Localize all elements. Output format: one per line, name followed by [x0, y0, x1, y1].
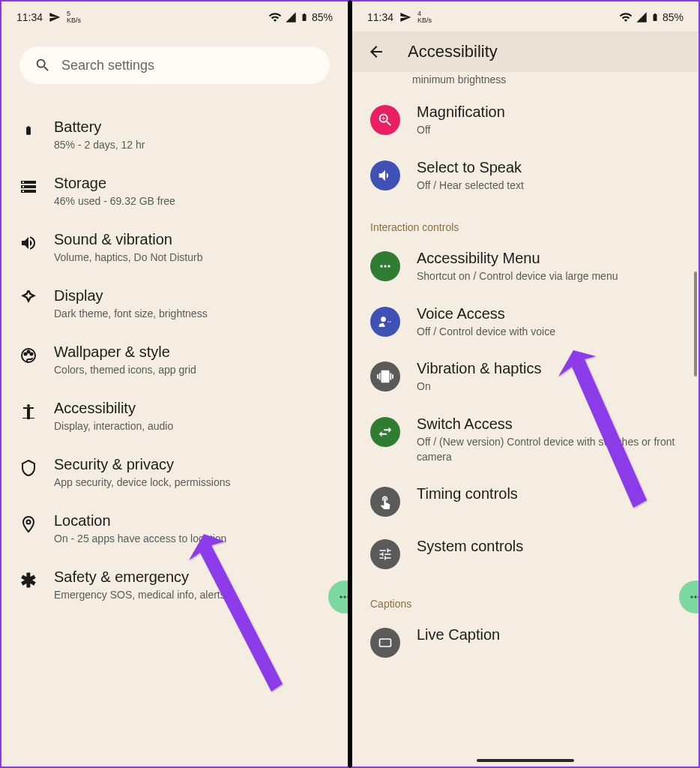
palette-icon	[19, 346, 37, 364]
sound-icon	[19, 234, 37, 252]
item-system[interactable]: System controls	[370, 527, 681, 580]
status-time: 11:34	[16, 11, 43, 23]
page-title: Accessibility	[408, 42, 498, 62]
svg-point-15	[390, 321, 391, 322]
nav-indicator[interactable]	[477, 759, 574, 762]
svg-point-17	[690, 596, 693, 598]
setting-sub: Dark theme, font size, brightness	[54, 308, 330, 320]
svg-point-11	[384, 266, 386, 268]
setting-sub: App security, device lock, permissions	[54, 476, 330, 488]
svg-point-12	[387, 266, 390, 268]
back-icon[interactable]	[367, 43, 385, 61]
setting-sub: 46% used - 69.32 GB free	[54, 195, 330, 207]
status-bar: 11:34 4 KB/s 85%	[352, 2, 699, 32]
send-icon	[399, 11, 411, 23]
header-bar: Accessibility	[352, 32, 699, 72]
setting-sub: Display, interaction, audio	[54, 420, 330, 432]
svg-point-4	[27, 404, 30, 407]
item-accessibility-menu[interactable]: Accessibility Menu Shortcut on / Control…	[370, 239, 681, 295]
signal-icon	[636, 11, 648, 23]
item-vibration[interactable]: Vibration & haptics On	[370, 350, 681, 405]
battery-pct: 85%	[312, 11, 333, 23]
item-title: Vibration & haptics	[417, 360, 681, 377]
setting-sub: Colors, themed icons, app grid	[54, 364, 330, 376]
item-sub: On	[417, 380, 681, 394]
speed-unit: KB/s	[417, 17, 432, 24]
search-placeholder: Search settings	[61, 58, 154, 74]
item-title: Live Caption	[417, 626, 681, 644]
phone-right: 11:34 4 KB/s 85% Accessibility minimum b…	[350, 0, 700, 768]
svg-point-13	[381, 316, 386, 322]
item-sub: Off / (New version) Control device with …	[417, 435, 681, 464]
setting-location[interactable]: Location On - 25 apps have access to loc…	[19, 500, 330, 556]
item-title: Select to Speak	[417, 159, 681, 176]
caption-icon	[370, 628, 400, 658]
svg-point-8	[343, 596, 346, 598]
setting-sub: Emergency SOS, medical info, alerts	[54, 589, 330, 601]
item-magnification[interactable]: Magnification Off	[370, 93, 681, 148]
item-timing[interactable]: Timing controls	[370, 475, 681, 527]
battery-icon	[300, 10, 309, 24]
svg-rect-5	[22, 418, 34, 418]
location-icon	[19, 515, 37, 533]
svg-point-10	[380, 266, 382, 268]
setting-title: Sound & vibration	[54, 231, 330, 248]
setting-display[interactable]: Display Dark theme, font size, brightnes…	[19, 275, 330, 332]
search-icon	[34, 57, 51, 74]
setting-title: Security & privacy	[54, 456, 330, 473]
item-title: Voice Access	[417, 305, 681, 322]
shield-icon	[19, 459, 37, 477]
scroll-indicator[interactable]	[694, 272, 697, 376]
setting-accessibility[interactable]: Accessibility Display, interaction, audi…	[19, 388, 330, 444]
item-sub: Off / Control device with voice	[417, 325, 681, 340]
accessibility-icon	[19, 403, 37, 421]
settings-list: Battery 85% - 2 days, 12 hr Storage 46% …	[1, 106, 348, 613]
speak-icon	[370, 160, 400, 190]
item-sub: Off	[417, 123, 681, 138]
item-title: Magnification	[417, 104, 681, 121]
setting-sub: Volume, haptics, Do Not Disturb	[54, 251, 330, 263]
item-switch-access[interactable]: Switch Access Off / (New version) Contro…	[370, 405, 681, 475]
setting-wallpaper[interactable]: Wallpaper & style Colors, themed icons, …	[19, 332, 330, 388]
setting-security[interactable]: Security & privacy App security, device …	[19, 444, 330, 500]
item-title: Accessibility Menu	[417, 250, 681, 267]
setting-safety[interactable]: ✱ Safety & emergency Emergency SOS, medi…	[19, 556, 330, 613]
accessibility-list: Magnification Off Select to Speak Off / …	[352, 93, 699, 668]
tune-icon	[370, 539, 400, 569]
setting-title: Location	[54, 512, 330, 530]
item-live-caption[interactable]: Live Caption	[370, 616, 681, 668]
setting-battery[interactable]: Battery 85% - 2 days, 12 hr	[19, 106, 330, 163]
item-select-to-speak[interactable]: Select to Speak Off / Hear selected text	[370, 148, 681, 204]
setting-title: Accessibility	[54, 400, 330, 417]
truncated-item-sub: minimum brightness	[352, 74, 699, 86]
setting-sub: On - 25 apps have access to location	[54, 532, 330, 544]
svg-point-18	[694, 596, 696, 598]
setting-storage[interactable]: Storage 46% used - 69.32 GB free	[19, 163, 330, 219]
setting-title: Display	[54, 287, 330, 304]
speed-unit: KB/s	[67, 17, 81, 24]
touch-icon	[370, 487, 400, 517]
vibration-icon	[370, 362, 400, 392]
setting-sub: 85% - 2 days, 12 hr	[54, 139, 330, 151]
menu-dots-icon	[370, 251, 400, 281]
setting-title: Wallpaper & style	[54, 344, 330, 361]
item-voice-access[interactable]: Voice Access Off / Control device with v…	[370, 295, 681, 350]
svg-point-7	[340, 596, 342, 598]
item-title: System controls	[417, 538, 681, 555]
svg-point-3	[31, 353, 33, 356]
wifi-icon	[268, 10, 282, 24]
signal-icon	[285, 11, 297, 23]
status-time: 11:34	[367, 11, 393, 23]
status-bar: 11:34 5 KB/s 85%	[1, 2, 348, 32]
setting-title: Storage	[54, 175, 330, 192]
asterisk-icon: ✱	[19, 572, 37, 590]
search-input[interactable]: Search settings	[19, 46, 330, 84]
voice-icon	[370, 307, 400, 337]
battery-pct: 85%	[663, 11, 684, 23]
display-icon	[19, 290, 37, 308]
svg-point-1	[25, 353, 27, 356]
send-icon	[49, 11, 61, 23]
setting-sound[interactable]: Sound & vibration Volume, haptics, Do No…	[19, 219, 330, 275]
battery-icon	[19, 122, 37, 140]
zoom-icon	[370, 105, 400, 135]
